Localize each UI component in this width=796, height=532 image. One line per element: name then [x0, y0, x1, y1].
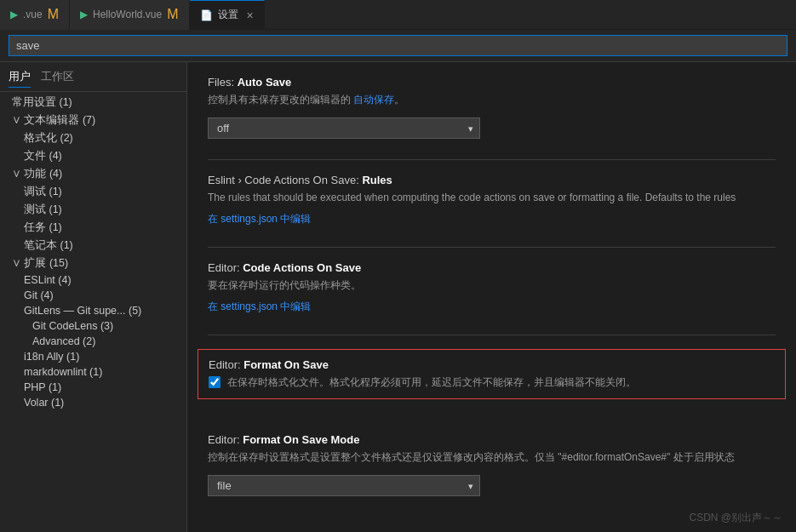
- setting-desc-editor-code-actions: 要在保存时运行的代码操作种类。: [208, 277, 776, 293]
- main-layout: 用户 工作区 常用设置 (1) ∨ 文本编辑器 (7) 格式化 (2) 文件 (…: [0, 62, 796, 532]
- tab-bar: ▶ .vue M ▶ HelloWorld.vue M 📄 设置 ×: [0, 0, 796, 30]
- setting-select-auto-save: off afterDelay onFocusChange onWindowCha…: [208, 117, 480, 139]
- format-on-save-checkbox-label: 在保存时格式化文件。格式化程序必须可用，延迟后文件不能保存，并且编辑器不能关闭。: [227, 375, 636, 390]
- settings-file-icon: 📄: [200, 9, 213, 21]
- eslint-settings-link[interactable]: 在 settings.json 中编辑: [208, 213, 311, 225]
- sidebar-item-i18n[interactable]: i18n Ally (1): [0, 349, 186, 364]
- search-input[interactable]: [9, 35, 787, 56]
- sidebar-item-task[interactable]: 任务 (1): [0, 219, 186, 237]
- setting-editor-code-actions: Editor: Code Actions On Save 要在保存时运行的代码操…: [208, 261, 776, 314]
- tab-helloworld[interactable]: ▶ HelloWorld.vue M: [70, 0, 189, 30]
- sidebar-item-git-codelens[interactable]: Git CodeLens (3): [0, 318, 186, 334]
- sidebar-item-test[interactable]: 测试 (1): [0, 201, 186, 219]
- tab-settings[interactable]: 📄 设置 ×: [190, 0, 265, 30]
- setting-title-auto-save: Files: Auto Save: [208, 76, 776, 89]
- editor-settings-link[interactable]: 在 settings.json 中编辑: [208, 300, 311, 312]
- sidebar-item-common[interactable]: 常用设置 (1): [0, 94, 186, 112]
- sidebar-item-extensions[interactable]: ∨ 扩展 (15): [0, 255, 186, 272]
- sidebar-item-features[interactable]: ∨ 功能 (4): [0, 165, 186, 183]
- vue-icon: ▶: [10, 9, 18, 20]
- sidebar-tab-user[interactable]: 用户: [9, 69, 31, 88]
- sidebar-item-debug[interactable]: 调试 (1): [0, 183, 186, 201]
- auto-save-link[interactable]: 自动保存: [353, 94, 394, 106]
- watermark: CSDN @别出声～～: [689, 511, 782, 525]
- sidebar: 用户 工作区 常用设置 (1) ∨ 文本编辑器 (7) 格式化 (2) 文件 (…: [0, 62, 187, 532]
- format-on-save-checkbox-row: 在保存时格式化文件。格式化程序必须可用，延迟后文件不能保存，并且编辑器不能关闭。: [209, 375, 775, 390]
- tab-modified-badge: M: [48, 8, 59, 21]
- sidebar-item-volar[interactable]: Volar (1): [0, 395, 186, 410]
- setting-files-auto-save: Files: Auto Save 控制具有未保存更改的编辑器的 自动保存。 of…: [208, 76, 776, 139]
- tab-label: HelloWorld.vue: [93, 9, 162, 20]
- tab-close-button[interactable]: ×: [247, 9, 254, 22]
- vue-icon2: ▶: [80, 9, 88, 20]
- sidebar-tab-workspace[interactable]: 工作区: [41, 69, 74, 88]
- sidebar-item-markdownlint[interactable]: markdownlint (1): [0, 364, 186, 380]
- format-mode-select[interactable]: file modifications modificationsIfAvaila…: [208, 475, 480, 496]
- content-area: Files: Auto Save 控制具有未保存更改的编辑器的 自动保存。 of…: [187, 62, 796, 532]
- sidebar-item-format[interactable]: 格式化 (2): [0, 129, 186, 147]
- setting-format-on-save-mode: Editor: Format On Save Mode 控制在保存时设置格式是设…: [208, 433, 776, 496]
- sidebar-section: 常用设置 (1) ∨ 文本编辑器 (7) 格式化 (2) 文件 (4) ∨ 功能…: [0, 92, 186, 412]
- setting-title-format-on-save: Editor: Format On Save: [209, 358, 775, 371]
- tab-vue1[interactable]: ▶ .vue M: [0, 0, 70, 30]
- sidebar-item-git[interactable]: Git (4): [0, 288, 186, 303]
- divider1: [208, 159, 776, 160]
- sidebar-item-file[interactable]: 文件 (4): [0, 147, 186, 165]
- format-on-save-checkbox[interactable]: [209, 376, 220, 388]
- setting-desc-auto-save: 控制具有未保存更改的编辑器的 自动保存。: [208, 92, 776, 107]
- sidebar-item-php[interactable]: PHP (1): [0, 380, 186, 395]
- divider3: [208, 335, 776, 335]
- sidebar-item-gitlens[interactable]: GitLens — Git supe... (5): [0, 303, 186, 318]
- sidebar-item-notebook[interactable]: 笔记本 (1): [0, 237, 186, 255]
- content-inner: Files: Auto Save 控制具有未保存更改的编辑器的 自动保存。 of…: [187, 62, 796, 530]
- sidebar-item-text-editor[interactable]: ∨ 文本编辑器 (7): [0, 112, 186, 129]
- setting-title-format-on-save-mode: Editor: Format On Save Mode: [208, 433, 776, 446]
- tab-label: .vue: [23, 9, 43, 20]
- setting-title-eslint: Eslint › Code Actions On Save: Rules: [208, 174, 776, 186]
- search-bar: [0, 30, 796, 62]
- sidebar-item-eslint[interactable]: ESLint (4): [0, 272, 186, 288]
- setting-desc-eslint: The rules that should be executed when c…: [208, 190, 776, 205]
- sidebar-item-advanced[interactable]: Advanced (2): [0, 334, 186, 349]
- setting-format-on-save: Editor: Format On Save 在保存时格式化文件。格式化程序必须…: [198, 349, 786, 399]
- auto-save-select[interactable]: off afterDelay onFocusChange onWindowCha…: [208, 117, 480, 139]
- sidebar-tabs-header: 用户 工作区: [0, 62, 186, 92]
- setting-desc-format-on-save-mode: 控制在保存时设置格式是设置整个文件格式还是仅设置修改内容的格式。仅当 "#edi…: [208, 449, 776, 465]
- divider2: [208, 247, 776, 248]
- setting-title-editor-code-actions: Editor: Code Actions On Save: [208, 261, 776, 274]
- setting-select-format-mode: file modifications modificationsIfAvaila…: [208, 475, 480, 496]
- tab-modified-badge2: M: [167, 8, 178, 21]
- setting-eslint-code-actions: Eslint › Code Actions On Save: Rules The…: [208, 174, 776, 226]
- tab-settings-label: 设置: [218, 8, 238, 22]
